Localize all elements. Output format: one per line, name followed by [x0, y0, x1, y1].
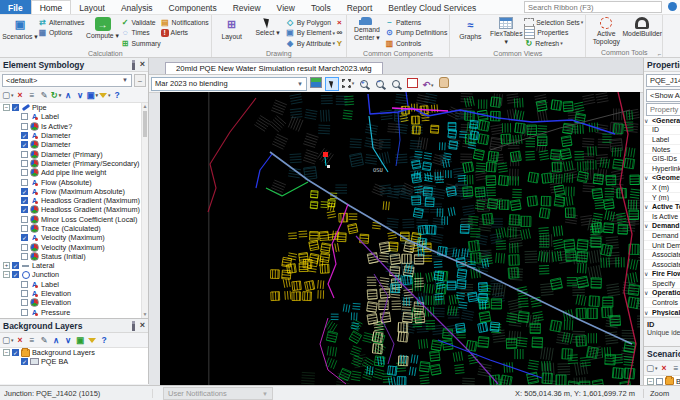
tree-item[interactable]: +✓Lateral: [0, 261, 148, 270]
tree-item[interactable]: Elevation: [0, 298, 148, 307]
property-section[interactable]: ∨Operational: [644, 289, 680, 299]
checkbox[interactable]: [21, 225, 28, 232]
property-row[interactable]: Notes: [644, 145, 680, 155]
user-avatar-icon[interactable]: [668, 2, 677, 11]
tab-report[interactable]: Report: [339, 0, 381, 14]
property-row[interactable]: Controls: [644, 298, 680, 308]
symbology-scrollbar[interactable]: ▲ ▼: [141, 103, 148, 318]
times-button[interactable]: ◌Times: [121, 28, 161, 39]
controls-button[interactable]: ▥Controls: [385, 38, 447, 49]
checkbox[interactable]: [21, 113, 28, 120]
checkbox[interactable]: [21, 299, 28, 306]
alerts-button[interactable]: !Alerts: [161, 28, 209, 39]
collapse-icon[interactable]: −: [3, 349, 10, 356]
checkbox[interactable]: ✓: [21, 234, 28, 241]
property-section[interactable]: ∨<Geometry>: [644, 174, 680, 184]
graphs-button[interactable]: ≈Graphs: [452, 16, 488, 41]
collapse-all-button[interactable]: ∧: [51, 335, 62, 346]
rename-button[interactable]: ≡: [27, 335, 38, 346]
tree-item[interactable]: ✓AHeadloss Gradient (Maximum): [0, 196, 148, 205]
scenarios-button[interactable]: ▣Scenarios ▾: [2, 16, 38, 41]
property-section[interactable]: ∨Physical: [644, 308, 680, 318]
pump-definitions-button[interactable]: ⊙Pump Definitions: [385, 28, 447, 39]
tree-item[interactable]: Velocity (Maximum): [0, 242, 148, 251]
property-row[interactable]: GIS-IDs: [644, 154, 680, 164]
edit-button[interactable]: ✎: [39, 90, 50, 101]
patterns-button[interactable]: ~Patterns: [385, 17, 447, 28]
by-polygon-button[interactable]: ◇By Polygon: [286, 17, 335, 28]
property-row[interactable]: Associated: [644, 250, 680, 260]
property-section[interactable]: ∨<General>: [644, 116, 680, 126]
collapse-icon[interactable]: −: [3, 271, 10, 278]
rename-button[interactable]: ≡: [27, 90, 38, 101]
checkbox[interactable]: [21, 253, 28, 260]
pin-icon[interactable]: [132, 321, 135, 331]
checkbox[interactable]: ✓: [12, 349, 19, 356]
symbology-layers-button[interactable]: [309, 75, 323, 89]
user-notifications-button[interactable]: User Notifications ▼: [163, 387, 273, 400]
tab-layout[interactable]: Layout: [71, 0, 113, 14]
validate-button[interactable]: ✓Validate: [121, 17, 161, 28]
checkbox[interactable]: [21, 179, 28, 186]
checkbox[interactable]: [656, 378, 663, 385]
demand-center-button[interactable]: Demand Center ▾: [349, 16, 385, 41]
collapse-icon[interactable]: −: [647, 378, 654, 385]
close-icon[interactable]: ×: [140, 321, 145, 330]
options-button[interactable]: ▦Options: [38, 28, 85, 39]
checkbox[interactable]: ✓: [21, 197, 28, 204]
tab-review[interactable]: Review: [225, 0, 269, 14]
scroll-down-icon[interactable]: ▼: [142, 311, 148, 318]
scroll-up-icon[interactable]: ▲: [142, 103, 148, 110]
property-row[interactable]: ID: [644, 126, 680, 136]
new-button[interactable]: ▢▾: [646, 363, 658, 374]
property-row[interactable]: Specify: [644, 279, 680, 289]
select-button[interactable]: Select ▾: [250, 16, 286, 37]
tree-item[interactable]: Is Active?: [0, 122, 148, 131]
tree-item[interactable]: ✓Diameter: [0, 140, 148, 149]
dialog-launcher-icon[interactable]: ⌐: [658, 51, 662, 57]
add-folder-button[interactable]: ▣: [75, 335, 86, 346]
checkbox[interactable]: ✓: [21, 188, 28, 195]
zoom-in-button[interactable]: +: [357, 77, 371, 91]
modelbuilder-button[interactable]: ModelBuilder: [624, 16, 660, 38]
property-row[interactable]: Demand: [644, 231, 680, 241]
tree-item[interactable]: ✓Headloss Gradient (Maximum): [0, 205, 148, 214]
checkbox[interactable]: [21, 290, 28, 297]
checkbox[interactable]: ✓: [21, 132, 28, 139]
tree-item[interactable]: Diameter (Primary/Secondary): [0, 159, 148, 168]
zoom-window-button[interactable]: [405, 76, 419, 90]
tree-item[interactable]: Add pipe line weight: [0, 168, 148, 177]
property-row[interactable]: X (m): [644, 183, 680, 193]
ribbon-search-input[interactable]: [524, 1, 662, 13]
new-button[interactable]: ▢▾: [2, 90, 14, 101]
tab-view[interactable]: View: [269, 0, 303, 14]
tree-item[interactable]: ALabel: [0, 112, 148, 121]
new-from-button[interactable]: ▣▾: [87, 90, 99, 101]
new-button[interactable]: ▢▾: [2, 335, 14, 346]
map-canvas[interactable]: OSUST: [160, 92, 640, 385]
queryfilter-button[interactable]: Y: [335, 38, 344, 49]
document-tab[interactable]: 20mld PQE New Water Simulation result Ma…: [165, 62, 383, 74]
property-row[interactable]: Is Active: [644, 212, 680, 222]
checkbox[interactable]: [21, 160, 28, 167]
property-row[interactable]: Unit Demands: [644, 241, 680, 251]
symbology-preset-select[interactable]: <default> ▼: [2, 74, 132, 87]
refresh-button[interactable]: ↻▾: [51, 90, 62, 101]
redx-button[interactable]: ×: [335, 17, 344, 28]
symbology-more-button[interactable]: –: [134, 74, 146, 87]
properties-filter-select[interactable]: <Show All> ▼: [646, 89, 680, 102]
summary-button[interactable]: ⊞Summary: [121, 38, 161, 49]
tree-item[interactable]: Diameter (Primary): [0, 149, 148, 158]
checkbox[interactable]: ✓: [12, 104, 19, 111]
property-section[interactable]: ∨Fire Flow: [644, 270, 680, 280]
zoom-extents-button[interactable]: ▾: [341, 76, 355, 90]
expand-icon[interactable]: +: [3, 262, 10, 269]
previous-view-button[interactable]: ↶▾: [421, 78, 435, 92]
checkbox[interactable]: ✓: [12, 271, 19, 278]
checkbox[interactable]: [21, 216, 28, 223]
expand-all-button[interactable]: ∨: [75, 90, 86, 101]
tree-item[interactable]: −✓Junction: [0, 270, 148, 279]
tree-item[interactable]: Status (Initial): [0, 252, 148, 261]
delete-button[interactable]: ×: [15, 90, 26, 101]
tree-item[interactable]: Minor Loss Coefficient (Local): [0, 215, 148, 224]
